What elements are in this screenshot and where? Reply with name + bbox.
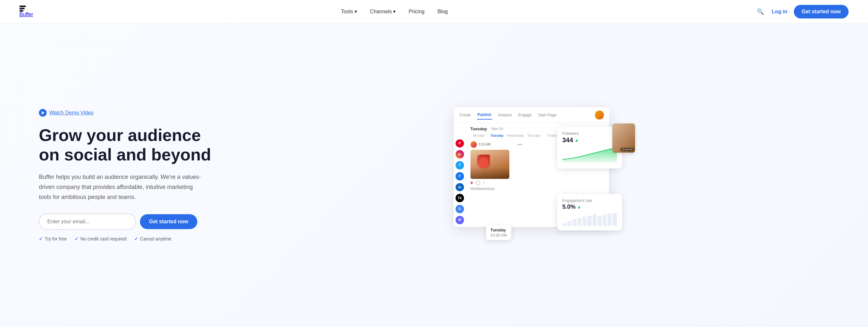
post-avatar — [470, 141, 477, 148]
logo-text: Buffer — [20, 12, 33, 17]
social-icon-linkedin[interactable]: in — [456, 183, 464, 191]
logo[interactable]: Buffer — [20, 5, 33, 18]
chevron-down-icon: ▾ — [354, 8, 357, 14]
social-icon-mastodon[interactable]: M — [456, 216, 464, 224]
hero-check-cancel: ✓ Cancel anytime — [134, 236, 172, 241]
hero-headline: Grow your audience on social and beyond — [39, 126, 220, 165]
hero-check-no-card: ✓ No credit card required — [74, 236, 126, 241]
nav-actions: 🔍 Log in Get started now — [755, 5, 848, 19]
edge-image-card: 12:29 PM — [612, 123, 635, 153]
social-icon-tiktok[interactable]: TK — [456, 194, 464, 202]
check-icon: ✓ — [39, 236, 43, 241]
watch-demo-button[interactable]: Watch Demo Video — [39, 109, 94, 117]
week-day-mon: Monday — [470, 134, 488, 138]
hero-checks: ✓ Try for free ✓ No credit card required… — [39, 236, 220, 241]
check-icon: ✓ — [74, 236, 79, 241]
navbar: Buffer Tools ▾ Channels ▾ Pricing Blog — [0, 0, 868, 23]
week-day-thu: Thursday — [525, 134, 542, 138]
nav-blog[interactable]: Blog — [437, 9, 448, 14]
post-time: 9:15 AM — [479, 143, 491, 146]
hero-left: Watch Demo Video Grow your audience on s… — [39, 109, 220, 241]
current-date: Tuesday — [470, 126, 487, 131]
comment-icon: ◯ — [476, 180, 480, 185]
dash-tab-startpage[interactable]: Start Page — [537, 111, 557, 119]
trend-up-icon: ▲ — [575, 138, 579, 143]
search-button[interactable]: 🔍 — [755, 7, 765, 17]
popup-time: 10:00 AM — [491, 233, 507, 238]
week-day-wed: Wednesday — [507, 134, 524, 138]
chevron-down-icon: ▾ — [393, 8, 396, 14]
social-icon-pinterest[interactable]: P — [456, 139, 464, 148]
share-icon: ↑ — [483, 180, 485, 185]
nav-links: Tools ▾ Channels ▾ Pricing Blog — [341, 8, 448, 14]
dash-tab-analyze[interactable]: Analyze — [497, 111, 513, 119]
social-icon-twitter[interactable]: T — [456, 161, 464, 170]
week-day-tue: Tuesday — [489, 134, 506, 138]
user-avatar — [595, 111, 604, 120]
engagement-card: Engagement rate 5.0% ▲ — [557, 194, 622, 231]
dash-tab-engage[interactable]: Engage — [518, 111, 532, 119]
dash-tab-publish[interactable]: Publish — [477, 111, 492, 120]
followers-title: Followers — [562, 131, 617, 136]
play-icon — [39, 109, 46, 117]
post-card: 9:15 AM ••• ♥ — [470, 141, 522, 190]
hero-section: Watch Demo Video Grow your audience on s… — [0, 23, 868, 327]
nav-tools[interactable]: Tools ▾ — [341, 8, 357, 14]
followers-chart — [562, 147, 617, 163]
dash-tab-create[interactable]: Create — [459, 111, 472, 119]
engagement-title: Engagement rate — [562, 198, 617, 203]
engagement-chart — [562, 213, 617, 226]
date-sub: · Nov 24 — [490, 127, 503, 130]
followers-count: 344 ▲ — [562, 137, 617, 144]
social-icon-facebook[interactable]: F — [456, 172, 464, 180]
post-hashtag: #theflowershop — [470, 187, 522, 190]
trend-up-icon: ▲ — [577, 204, 582, 209]
nav-pricing[interactable]: Pricing — [409, 9, 425, 14]
hero-cta-button[interactable]: Get started now — [140, 214, 197, 229]
login-button[interactable]: Log in — [772, 9, 787, 14]
heart-icon: ♥ — [470, 180, 473, 185]
nav-cta-button[interactable]: Get started now — [794, 5, 848, 19]
engagement-rate: 5.0% ▲ — [562, 204, 617, 210]
hero-description: Buffer helps you build an audience organ… — [39, 172, 201, 202]
social-icon-googlebusiness[interactable]: G — [456, 205, 464, 213]
hero-check-free: ✓ Try for free — [39, 236, 67, 241]
hero-right: Create Publish Analyze Engage Start Page… — [220, 94, 848, 256]
dashboard-mockup: Create Publish Analyze Engage Start Page… — [454, 107, 616, 243]
dashboard-header: Create Publish Analyze Engage Start Page — [454, 107, 609, 123]
edge-image-time: 12:29 PM — [620, 148, 633, 151]
post-actions: ♥ ◯ ↑ — [470, 180, 522, 185]
nav-channels[interactable]: Channels ▾ — [370, 8, 396, 14]
post-image — [470, 150, 509, 179]
popup-day: Tuesday — [491, 228, 507, 232]
email-input[interactable] — [39, 214, 136, 230]
check-icon: ✓ — [134, 236, 138, 241]
post-menu-icon[interactable]: ••• — [518, 142, 522, 147]
schedule-popup: Tuesday 10:00 AM — [486, 225, 512, 240]
logo-icon — [20, 5, 33, 12]
search-icon: 🔍 — [757, 8, 764, 15]
hero-form: Get started now — [39, 214, 220, 230]
social-sidebar: P IG T F in TK G M — [454, 137, 467, 227]
social-icon-instagram[interactable]: IG — [456, 150, 464, 158]
